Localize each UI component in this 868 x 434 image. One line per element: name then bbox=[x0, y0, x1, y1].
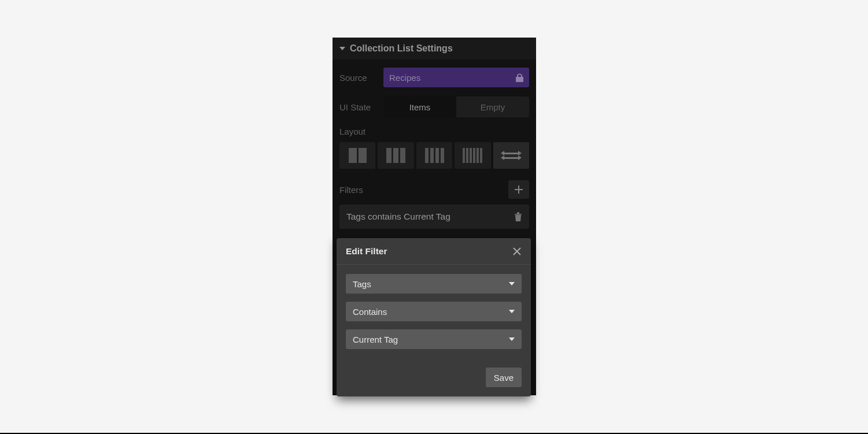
layout-3col[interactable] bbox=[378, 142, 413, 169]
popover-body: Tags Contains Current Tag bbox=[337, 265, 531, 368]
ui-state-empty[interactable]: Empty bbox=[456, 97, 529, 117]
popover-footer: Save bbox=[337, 368, 531, 396]
layout-2col[interactable] bbox=[339, 142, 375, 169]
ui-state-segmented: Items Empty bbox=[383, 97, 529, 117]
popover-title: Edit Filter bbox=[346, 246, 387, 257]
layout-full-width[interactable] bbox=[493, 142, 529, 169]
ui-state-items[interactable]: Items bbox=[383, 97, 456, 117]
collapse-triangle-icon bbox=[339, 47, 345, 50]
source-label: Source bbox=[339, 73, 383, 83]
source-value: Recipes bbox=[389, 73, 420, 83]
filter-operator-value: Contains bbox=[353, 307, 387, 317]
panel-body: Source Recipes UI State Items Empty Layo… bbox=[333, 60, 536, 235]
ui-state-row: UI State Items Empty bbox=[339, 97, 529, 117]
layout-label: Layout bbox=[339, 127, 529, 136]
layout-6col[interactable] bbox=[455, 142, 490, 169]
filter-field-select[interactable]: Tags bbox=[346, 274, 522, 294]
layout-4col[interactable] bbox=[416, 142, 452, 169]
filter-value-value: Current Tag bbox=[353, 335, 398, 344]
chevron-down-icon bbox=[509, 310, 515, 313]
arrows-icon bbox=[503, 153, 520, 154]
source-selector[interactable]: Recipes bbox=[383, 68, 529, 87]
source-row: Source Recipes bbox=[339, 68, 529, 87]
section-title: Collection List Settings bbox=[350, 43, 453, 54]
chevron-down-icon bbox=[509, 337, 515, 341]
close-icon[interactable] bbox=[512, 247, 522, 256]
filter-item[interactable]: Tags contains Current Tag bbox=[339, 205, 529, 229]
add-filter-button[interactable] bbox=[508, 180, 529, 199]
lock-icon bbox=[516, 73, 523, 82]
plus-icon bbox=[515, 186, 523, 194]
save-button[interactable]: Save bbox=[486, 368, 522, 387]
filter-field-value: Tags bbox=[353, 279, 371, 289]
filter-value-select[interactable]: Current Tag bbox=[346, 329, 522, 349]
edit-filter-popover: Edit Filter Tags Contains Current Tag Sa… bbox=[337, 238, 531, 396]
section-header[interactable]: Collection List Settings bbox=[333, 38, 536, 60]
filter-text: Tags contains Current Tag bbox=[346, 212, 450, 222]
trash-icon[interactable] bbox=[514, 212, 522, 221]
filter-operator-select[interactable]: Contains bbox=[346, 302, 522, 321]
ui-state-label: UI State bbox=[339, 102, 383, 112]
filters-label: Filters bbox=[339, 185, 363, 195]
layout-options bbox=[339, 142, 529, 169]
chevron-down-icon bbox=[509, 282, 515, 285]
settings-panel: Collection List Settings Source Recipes … bbox=[333, 38, 536, 395]
filters-header: Filters bbox=[339, 180, 529, 199]
arrows-icon bbox=[503, 157, 520, 159]
popover-header: Edit Filter bbox=[337, 238, 531, 265]
